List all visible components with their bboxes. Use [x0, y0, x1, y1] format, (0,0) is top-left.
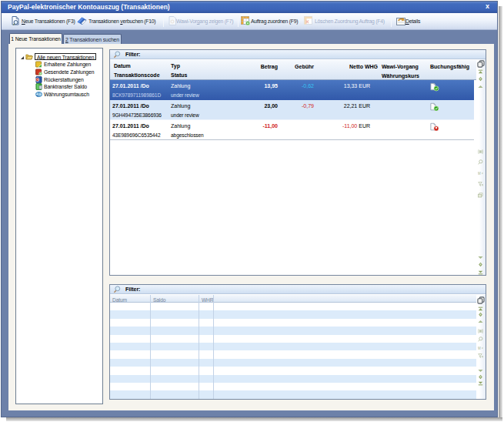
svg-text:M: M [478, 172, 481, 176]
svg-text:M: M [478, 347, 481, 350]
